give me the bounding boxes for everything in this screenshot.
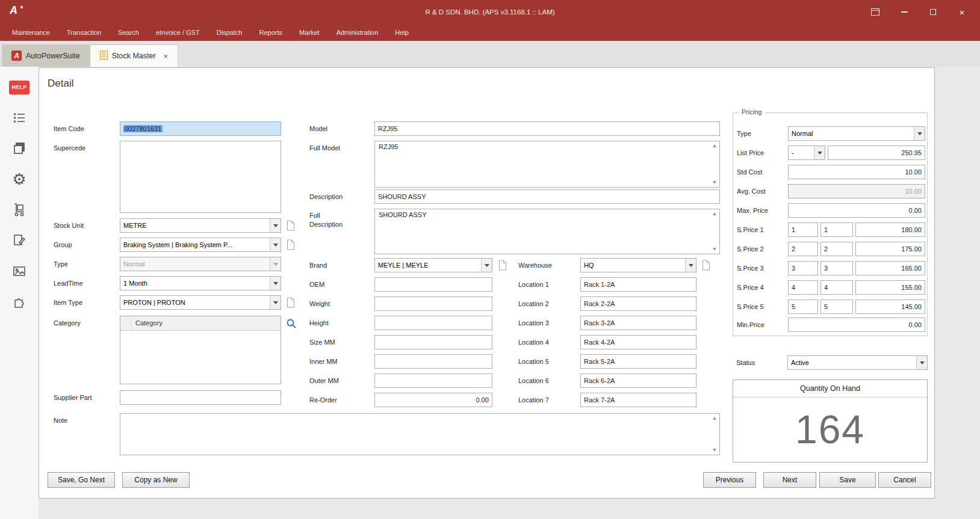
- settings-button[interactable]: ⚙: [8, 168, 31, 190]
- s-price-3-f1[interactable]: 3: [788, 261, 818, 275]
- s-price-2-f2[interactable]: 2: [820, 242, 853, 256]
- supercede-input[interactable]: [120, 141, 281, 213]
- s-price-1-f1[interactable]: 1: [788, 223, 818, 237]
- item-type-doc-icon[interactable]: [286, 297, 296, 309]
- location-4-input[interactable]: Rack 4-2A: [580, 335, 696, 349]
- scroll-down-icon[interactable]: [713, 248, 716, 251]
- pricing-type-select[interactable]: Normal: [788, 126, 925, 141]
- scroll-up-icon[interactable]: [713, 144, 716, 147]
- full-model-input[interactable]: RZJ95: [374, 141, 720, 188]
- menu-reports[interactable]: Reports: [250, 24, 291, 41]
- menu-einvoice-gst[interactable]: eInvoice / GST: [147, 24, 208, 41]
- size-mm-input[interactable]: [374, 335, 492, 349]
- chevron-down-icon[interactable]: [914, 127, 925, 140]
- inner-mm-input[interactable]: [374, 354, 492, 369]
- s-price-4-input[interactable]: 155.00: [855, 280, 925, 295]
- tab-close-icon[interactable]: ×: [164, 52, 169, 61]
- s-price-5-f2[interactable]: 5: [820, 299, 853, 314]
- scroll-up-icon[interactable]: [713, 212, 716, 215]
- group-select[interactable]: Braking System | Braking System P...: [120, 238, 281, 252]
- help-button[interactable]: HELP: [8, 76, 31, 98]
- s-price-4-f2[interactable]: 4: [820, 280, 853, 295]
- s-price-3-input[interactable]: 165.00: [855, 261, 925, 275]
- brand-select[interactable]: MEYLE | MEYLE: [374, 258, 492, 272]
- menu-dispatch[interactable]: Dispatch: [208, 24, 251, 41]
- cancel-button[interactable]: Cancel: [878, 472, 931, 488]
- oem-input[interactable]: [374, 277, 492, 292]
- menu-maintenance[interactable]: Maintenance: [4, 24, 58, 41]
- min-price-input[interactable]: 0.00: [788, 318, 925, 332]
- category-table-body[interactable]: [120, 331, 281, 384]
- model-input[interactable]: RZJ95: [374, 121, 720, 136]
- image-button[interactable]: [8, 260, 31, 282]
- description-input[interactable]: SHOURD ASSY: [374, 189, 720, 204]
- location-7-input[interactable]: Rack 7-2A: [580, 393, 696, 407]
- location-6-input[interactable]: Rack 6-2A: [580, 373, 696, 388]
- previous-button[interactable]: Previous: [703, 472, 756, 488]
- scroll-down-icon[interactable]: [713, 449, 716, 452]
- location-1-input[interactable]: Rack 1-2A: [580, 277, 696, 292]
- menu-help[interactable]: Help: [386, 24, 417, 41]
- warehouse-doc-icon[interactable]: [701, 260, 711, 271]
- brand-doc-icon[interactable]: [498, 260, 507, 271]
- copy-as-new-button[interactable]: Copy as New: [122, 472, 190, 488]
- list-price-input[interactable]: 250.95: [828, 146, 925, 160]
- plugins-button[interactable]: [8, 291, 31, 313]
- minimize-button[interactable]: [890, 0, 919, 24]
- chevron-down-icon[interactable]: [270, 238, 281, 251]
- tab-stock-master[interactable]: Stock Master ×: [90, 45, 179, 67]
- group-doc-icon[interactable]: [286, 239, 296, 251]
- list-price-selector[interactable]: -: [788, 146, 825, 160]
- chevron-down-icon[interactable]: [270, 219, 281, 232]
- outer-mm-input[interactable]: [374, 373, 492, 388]
- save-button[interactable]: Save: [819, 472, 876, 488]
- category-search-icon[interactable]: [286, 318, 297, 329]
- height-input[interactable]: [374, 316, 492, 330]
- max-price-input[interactable]: 0.00: [788, 203, 925, 218]
- maximize-button[interactable]: [919, 0, 947, 24]
- stock-forms-button[interactable]: [8, 138, 31, 159]
- std-cost-input[interactable]: 10.00: [788, 165, 925, 179]
- menu-search[interactable]: Search: [110, 24, 147, 41]
- supplier-part-input[interactable]: [120, 390, 281, 405]
- s-price-5-input[interactable]: 145.00: [855, 299, 925, 314]
- menu-market[interactable]: Market: [291, 24, 328, 41]
- next-button[interactable]: Next: [763, 472, 816, 488]
- trolley-button[interactable]: [8, 199, 31, 221]
- s-price-2-f1[interactable]: 2: [788, 242, 818, 256]
- scroll-down-icon[interactable]: [713, 181, 716, 184]
- stock-unit-select[interactable]: METRE: [120, 218, 281, 233]
- list-menu-button[interactable]: [8, 107, 31, 129]
- edit-document-button[interactable]: [8, 230, 31, 251]
- re-order-input[interactable]: 0.00: [374, 393, 492, 407]
- close-button[interactable]: ×: [947, 0, 976, 24]
- location-2-input[interactable]: Rack 2-2A: [580, 296, 696, 311]
- s-price-2-input[interactable]: 175.00: [855, 242, 925, 256]
- s-price-4-f1[interactable]: 4: [788, 280, 818, 295]
- item-type-select[interactable]: PROTON | PROTON: [120, 295, 281, 310]
- chevron-down-icon[interactable]: [270, 277, 281, 290]
- note-input[interactable]: [120, 413, 720, 455]
- chevron-down-icon[interactable]: [481, 259, 492, 272]
- item-code-input[interactable]: 0027801631: [120, 121, 281, 136]
- menu-transaction[interactable]: Transaction: [58, 24, 110, 41]
- s-price-1-input[interactable]: 180.00: [855, 223, 925, 237]
- stock-unit-doc-icon[interactable]: [286, 220, 296, 232]
- chevron-down-icon[interactable]: [814, 146, 825, 159]
- scroll-up-icon[interactable]: [713, 417, 716, 420]
- s-price-1-f2[interactable]: 1: [820, 223, 853, 237]
- status-select[interactable]: Active: [787, 355, 928, 370]
- category-table[interactable]: Category: [120, 316, 281, 384]
- chevron-down-icon[interactable]: [685, 259, 696, 272]
- chevron-down-icon[interactable]: [270, 296, 281, 309]
- tab-autopowersuite[interactable]: A AutoPowerSuite: [2, 45, 90, 67]
- window-layout-icon[interactable]: [861, 0, 890, 24]
- s-price-3-f2[interactable]: 3: [820, 261, 853, 275]
- chevron-down-icon[interactable]: [916, 356, 927, 369]
- warehouse-select[interactable]: HQ: [580, 258, 696, 272]
- lead-time-select[interactable]: 1 Month: [120, 276, 281, 290]
- menu-administration[interactable]: Administration: [328, 24, 387, 41]
- s-price-5-f1[interactable]: 5: [788, 299, 818, 314]
- weight-input[interactable]: [374, 296, 492, 311]
- save-go-next-button[interactable]: Save, Go Next: [48, 472, 115, 488]
